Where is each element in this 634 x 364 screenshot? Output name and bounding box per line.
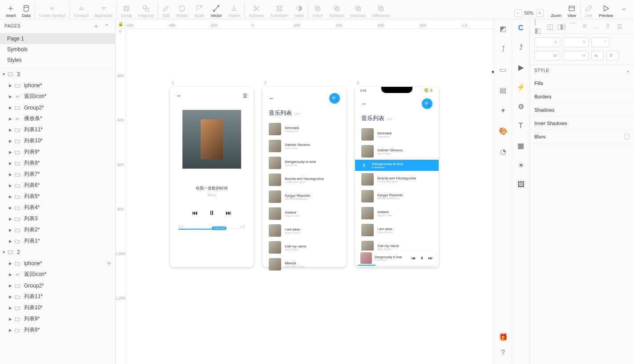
- group-tool[interactable]: Group: [118, 0, 135, 19]
- add-page-button[interactable]: +: [92, 23, 100, 29]
- rail2-grid-icon[interactable]: ▦: [517, 141, 525, 150]
- list-icon[interactable]: ☰: [243, 93, 247, 99]
- create-symbol-tool[interactable]: Create Symbol: [36, 0, 69, 19]
- song-row[interactable]: DenmarkFreelancer: [262, 121, 346, 138]
- search-button[interactable]: 🔍: [422, 98, 432, 109]
- rail2-gear-icon[interactable]: ⚙: [517, 102, 525, 111]
- rail-upload-icon[interactable]: ⤴: [498, 44, 508, 54]
- distribute-h-icon[interactable]: ⫴: [604, 23, 612, 30]
- song-row[interactable]: I am aliveBryan Alvord: [355, 222, 439, 239]
- song-row[interactable]: Dangerously in loveFreelancer: [262, 154, 346, 171]
- view-tool[interactable]: View: [565, 0, 579, 19]
- song-row[interactable]: Bosnia and HerzegovinaLucille Harrington: [355, 171, 439, 188]
- page-item[interactable]: Symbols: [0, 44, 115, 55]
- layer-row[interactable]: ▶列表4*: [0, 202, 115, 213]
- rail-palette-icon[interactable]: 🎨: [498, 126, 508, 136]
- edit-tool[interactable]: Edit: [159, 0, 173, 19]
- search-button[interactable]: 🔍: [329, 93, 340, 104]
- align-top-icon[interactable]: ⎴: [569, 23, 577, 30]
- align-bottom-icon[interactable]: ⎵: [592, 23, 600, 30]
- ungroup-tool[interactable]: Ungroup: [135, 0, 157, 19]
- song-row[interactable]: Kyrgyz RepublicWinifred McKenzie: [355, 188, 439, 205]
- song-row[interactable]: IcelandMiguel Curry: [262, 205, 346, 222]
- data-tool[interactable]: Data: [19, 0, 34, 19]
- rail-help-icon[interactable]: ?: [498, 348, 508, 358]
- rail2-play-icon[interactable]: ▶: [517, 63, 525, 72]
- preview-tool[interactable]: Preview: [596, 0, 616, 19]
- back-icon[interactable]: ←: [361, 100, 367, 107]
- transform-tool[interactable]: Transform: [267, 0, 291, 19]
- zoom-tool[interactable]: Zoom: [548, 0, 565, 19]
- back-icon[interactable]: ←: [269, 95, 275, 102]
- layer-row[interactable]: ▶返回icon*: [0, 269, 115, 280]
- layer-row[interactable]: ▶iphone*: [0, 80, 115, 91]
- layer-row[interactable]: ▶Group2*: [0, 280, 115, 291]
- song-row[interactable]: IcelandMiguel Curry: [355, 205, 439, 222]
- layer-row[interactable]: ▶列表9*: [0, 146, 115, 158]
- backward-tool[interactable]: Backward: [92, 0, 116, 19]
- rail2-brightness-icon[interactable]: ☀: [517, 161, 525, 170]
- layer-row[interactable]: ▶返回icon*: [0, 91, 115, 102]
- scissors-tool[interactable]: Scissors: [246, 0, 267, 19]
- pause-mini-button[interactable]: ⏸: [419, 256, 425, 260]
- link-tool[interactable]: Link: [582, 0, 596, 19]
- layer-row[interactable]: ▶列表5*: [0, 191, 115, 202]
- scale-tool[interactable]: Scale: [191, 0, 208, 19]
- layer-row[interactable]: ▶列表1*: [0, 235, 115, 247]
- layer-row[interactable]: ▶列表11*: [0, 291, 115, 302]
- layer-row[interactable]: ▶播放条*: [0, 113, 115, 124]
- rail2-export-icon[interactable]: ⤴: [517, 43, 525, 52]
- layer-row[interactable]: ▶列表8*: [0, 158, 115, 169]
- song-row[interactable]: Gabriel StevensKaty Potter: [355, 143, 439, 160]
- song-row[interactable]: DenmarkFreelancer: [355, 126, 439, 143]
- layer-row[interactable]: ▶列表2*: [0, 224, 115, 235]
- align-left-icon[interactable]: |◧: [534, 23, 542, 30]
- artboard-1[interactable]: 1 ← ☰ 给我一首歌的时间 周杰伦 ⏮ ⏸ ⏭: [170, 87, 254, 267]
- song-row[interactable]: Call my nameEllen Myers: [262, 239, 346, 256]
- song-row[interactable]: Gabriel StevensKaty Potter: [262, 138, 346, 154]
- page-item[interactable]: Page 1: [0, 33, 115, 44]
- song-row[interactable]: Bosnia and HerzegovinaLucille Harrington: [262, 171, 346, 188]
- layer-row[interactable]: ▶Group2*: [0, 102, 115, 113]
- intersect-tool[interactable]: Intersect: [347, 0, 369, 19]
- mask-tool[interactable]: Mask: [291, 0, 307, 19]
- align-right-icon[interactable]: ◨|: [557, 23, 565, 30]
- h-field[interactable]: H: [563, 51, 589, 61]
- song-row[interactable]: ⏸Dangerously in loveFreelancer: [355, 160, 439, 171]
- next-button[interactable]: ⏭: [226, 209, 232, 216]
- layer-row[interactable]: ▶列表9*: [0, 313, 115, 324]
- subtract-tool[interactable]: Subtract: [326, 0, 347, 19]
- back-icon[interactable]: ←: [176, 92, 182, 99]
- next-mini-button[interactable]: ⏭: [428, 256, 433, 260]
- flatten-tool[interactable]: Flatten: [225, 0, 244, 19]
- style-section[interactable]: Inner Shadows: [530, 117, 634, 130]
- flip-h-button[interactable]: ⇋: [591, 51, 604, 61]
- artboard-3[interactable]: 3 9:41 📶 🔋 ← 🔍 音乐列表 168: [355, 87, 439, 267]
- rail-gift-icon[interactable]: 🎁: [498, 332, 508, 342]
- x-field[interactable]: X: [534, 37, 560, 47]
- union-tool[interactable]: Union: [309, 0, 326, 19]
- artboard-2[interactable]: 2 ← 🔍 音乐列表 168 DenmarkFreelancerGabriel …: [262, 87, 346, 267]
- layer-row[interactable]: ▶列表10*: [0, 135, 115, 146]
- prev-mini-button[interactable]: ⏮: [411, 256, 416, 260]
- align-vcenter-icon[interactable]: ≡: [581, 23, 589, 30]
- canvas[interactable]: ↖ 1 ← ☰ 给我一首歌的时间 周杰伦 ⏮ ⏸: [125, 29, 494, 364]
- style-section-header[interactable]: STYLE⌄: [530, 64, 634, 77]
- rail2-text-icon[interactable]: T: [517, 121, 525, 130]
- zoom-in-button[interactable]: +: [536, 9, 544, 17]
- vector-tool[interactable]: Vector: [207, 0, 225, 19]
- flip-v-button[interactable]: ⇵: [606, 51, 619, 61]
- align-hcenter-icon[interactable]: ◫: [546, 23, 554, 30]
- style-section[interactable]: Fills: [530, 77, 634, 90]
- insert-tool[interactable]: Insert: [3, 0, 19, 19]
- song-row[interactable]: Kyrgyz RepublicWinifred McKenzie: [262, 188, 346, 205]
- zoom-out-button[interactable]: −: [514, 9, 522, 17]
- rail-star-icon[interactable]: ✦: [498, 105, 508, 115]
- song-row[interactable]: I am aliveBryan Alvord: [262, 222, 346, 239]
- style-section[interactable]: Borders: [530, 90, 634, 103]
- rail2-bolt-icon[interactable]: ⚡: [517, 82, 525, 91]
- layer-row[interactable]: ▶列表7*: [0, 169, 115, 180]
- ruler-lock-icon[interactable]: 🔒: [116, 19, 125, 29]
- now-playing-bar[interactable]: Dangerously in love Freelancer ⏮ ⏸ ⏭: [358, 251, 436, 266]
- rail-layout-icon[interactable]: ▤: [498, 85, 508, 95]
